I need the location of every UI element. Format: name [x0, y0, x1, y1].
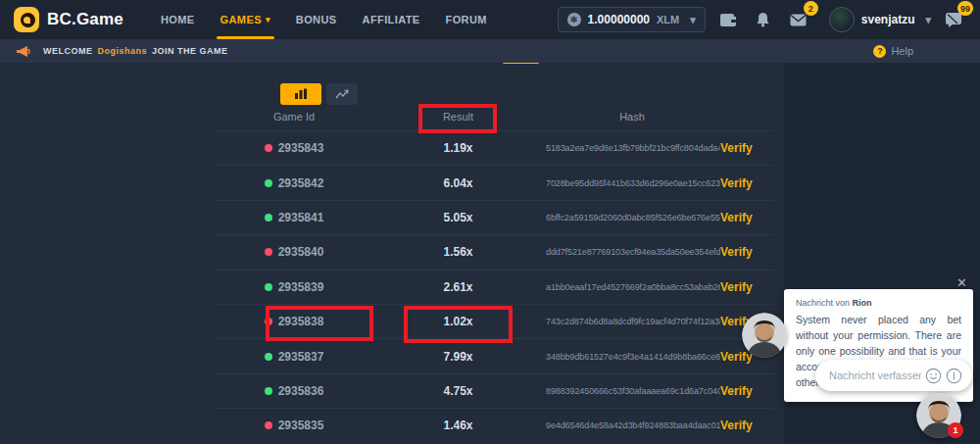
history-view-tabs	[280, 83, 358, 105]
table-row: 2935843 1.19x 5183a2ea7e9d8e13fb79bbf21b…	[216, 130, 774, 165]
envelope-icon	[790, 14, 807, 26]
table-row: 2935842 6.04x 7028be95dd95f441b633d6d296…	[216, 165, 774, 199]
wallet-icon	[719, 12, 737, 27]
messages-badge: 2	[804, 1, 818, 16]
bar-chart-icon	[294, 88, 308, 100]
col-header-game-id: Game Id	[216, 111, 372, 123]
status-dot	[265, 179, 272, 187]
status-dot	[265, 353, 272, 361]
chat-input-bar	[815, 360, 972, 391]
result-value: 5.05x	[372, 211, 544, 224]
hash-value: 5183a2ea7e9d8e13fb79bbf21bc9ffc804dada4a…	[544, 143, 720, 153]
nav-affiliate[interactable]: AFFILIATE	[363, 0, 420, 39]
game-id: 2935839	[278, 280, 324, 294]
hash-value: ddd7f521e87769103ecf94ea35da50ee354efd1c…	[544, 247, 720, 257]
bell-icon	[756, 12, 770, 27]
verify-link[interactable]: Verify	[720, 211, 774, 224]
table-row: 2935837 7.99x 348bb9db61527e4c9f3e4a1414…	[216, 338, 774, 372]
help-button[interactable]: ? Help	[873, 45, 913, 58]
status-dot	[265, 283, 272, 291]
megaphone-icon	[16, 45, 31, 58]
verify-link[interactable]: Verify	[720, 245, 774, 259]
game-id: 2935836	[278, 384, 324, 398]
bcgame-logo-icon	[14, 7, 39, 32]
chat-sender-name: Rion	[853, 298, 872, 308]
result-value: 2.61x	[372, 280, 544, 294]
chat-close-icon[interactable]: ✕	[956, 275, 967, 290]
user-avatar	[829, 7, 855, 32]
balance-selector[interactable]: ✻ 1.00000000 XLM ▾	[558, 7, 706, 32]
nav-bonus[interactable]: BONUS	[296, 0, 337, 39]
tab-trend-view[interactable]	[326, 83, 358, 105]
hash-value: 348bb9db61527e4c9f3e4a1414d9b8ba66ce8970…	[544, 352, 720, 362]
wallet-button[interactable]	[715, 7, 741, 32]
announcement-text: WELCOME Dogishans JOIN THE GAME	[43, 46, 228, 56]
hash-value: 743c2d874b6d8a8dcdf9fc19acf4d70f74f12a38…	[544, 317, 720, 326]
agent-avatar	[742, 313, 787, 358]
chevron-down-icon: ▾	[690, 14, 696, 26]
verify-link[interactable]: Verify	[720, 141, 774, 155]
result-value: 1.56x	[372, 245, 544, 259]
help-label: Help	[891, 45, 913, 57]
game-id: 2935840	[278, 245, 324, 259]
hash-value: 9e4d6546d4e58a42d3b4f924883baa4daac019ce…	[544, 420, 720, 430]
result-value: 4.75x	[372, 384, 544, 398]
chevron-down-icon: ▾	[266, 15, 270, 25]
table-row: 2935839 2.61x a1bb0eaaf17ed4527669f2a0bb…	[216, 270, 774, 304]
user-menu[interactable]: svenjatzu ▾	[829, 7, 931, 32]
chevron-down-icon: ▾	[925, 14, 931, 26]
hash-value: 7028be95dd95f441b633d6d296e0ae15cc6238dd…	[544, 178, 720, 188]
hash-value: 6bffc2a59159d2060d0abc85f526e6be676e5590…	[544, 213, 720, 222]
nav-games[interactable]: GAMES▾	[220, 0, 270, 39]
info-icon[interactable]	[946, 368, 962, 384]
table-row: 2935841 5.05x 6bffc2a59159d2060d0abc85f5…	[216, 200, 774, 234]
username: svenjatzu	[861, 13, 915, 26]
game-id: 2935835	[278, 419, 324, 432]
result-value: 6.04x	[372, 176, 544, 190]
logo-text: BC.Game	[47, 10, 123, 29]
status-dot	[265, 214, 272, 222]
verify-link[interactable]: Verify	[720, 280, 774, 294]
balance-currency: XLM	[657, 14, 679, 25]
hash-value: a1bb0eaaf17ed4527669f2a0bba8cc53abab26c6…	[544, 282, 720, 292]
verify-link[interactable]: Verify	[720, 419, 774, 432]
status-dot	[265, 421, 272, 429]
balance-amount: 1.00000000	[588, 13, 650, 26]
game-id: 2935842	[278, 176, 324, 190]
top-navbar: BC.Game HOME GAMES▾ BONUS AFFILIATE FORU…	[0, 0, 980, 39]
result-value: 7.99x	[372, 350, 544, 364]
xlm-coin-icon: ✻	[567, 13, 581, 26]
announcement-bar: WELCOME Dogishans JOIN THE GAME ? Help	[0, 39, 980, 63]
question-mark-icon: ?	[873, 45, 886, 58]
game-id: 2935841	[278, 211, 324, 224]
trend-line-icon	[335, 88, 349, 100]
main-nav: HOME GAMES▾ BONUS AFFILIATE FORUM	[161, 0, 487, 39]
tab-list-view[interactable]	[280, 83, 321, 105]
annotation-box-result-value	[404, 306, 513, 343]
chat-launcher-badge: 1	[948, 422, 963, 438]
notifications-button[interactable]	[751, 7, 776, 32]
chat-toggle-button[interactable]: 99	[941, 7, 966, 32]
announcement-welcome: WELCOME	[43, 46, 93, 56]
annotation-box-result-header	[418, 104, 497, 133]
emoji-icon[interactable]	[925, 368, 942, 384]
hash-value: 8988392450666c53f30afaaaea69c1d6a7c0407e…	[544, 386, 720, 396]
col-header-hash: Hash	[544, 111, 720, 123]
table-row: 2935835 1.46x 9e4d6546d4e58a42d3b4f92488…	[216, 408, 774, 442]
game-id: 2935843	[278, 141, 324, 155]
game-id: 2935837	[278, 350, 324, 364]
status-dot	[265, 248, 272, 256]
logo[interactable]: BC.Game	[0, 7, 123, 32]
announcement-join: JOIN THE GAME	[152, 46, 228, 56]
status-dot	[265, 144, 272, 152]
table-row: 2935840 1.56x ddd7f521e87769103ecf94ea35…	[216, 234, 774, 269]
result-value: 1.19x	[372, 141, 544, 155]
messages-button[interactable]: 2	[786, 7, 811, 32]
nav-home[interactable]: HOME	[161, 0, 195, 39]
verify-link[interactable]: Verify	[720, 176, 774, 190]
verify-link[interactable]: Verify	[720, 384, 774, 398]
header-right: ✻ 1.00000000 XLM ▾ 2 svenja	[558, 7, 980, 32]
chat-message-header: Nachricht von Rion	[796, 298, 961, 308]
nav-forum[interactable]: FORUM	[446, 0, 487, 39]
chat-message-input[interactable]	[829, 370, 921, 381]
